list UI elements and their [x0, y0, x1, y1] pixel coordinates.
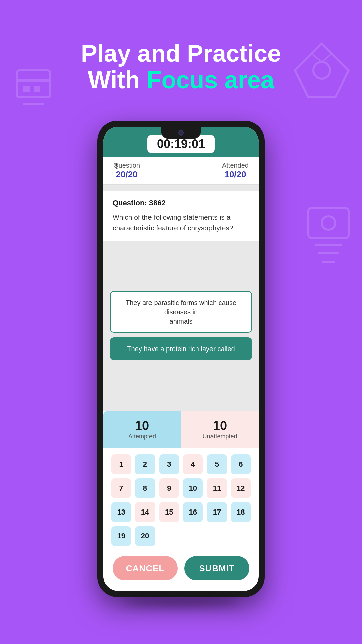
action-buttons: CANCEL SUBMIT — [103, 551, 259, 591]
grid-num-5[interactable]: 5 — [207, 454, 227, 474]
header-section: Play and Practice With Focus area — [0, 40, 362, 93]
header-focus: Focus area — [147, 66, 274, 93]
number-grid: 1234567891011121314151617181920 — [103, 448, 259, 551]
grid-num-6[interactable]: 6 — [231, 454, 251, 474]
phone-camera — [178, 130, 184, 136]
attended-value: 10/20 — [222, 169, 249, 180]
back-button[interactable] — [110, 159, 122, 171]
phone-inner: 00:19:01 Question 20/20 Attended 10/20 — [103, 127, 259, 591]
grid-num-7[interactable]: 7 — [111, 478, 131, 498]
grid-num-16[interactable]: 16 — [183, 502, 203, 522]
phone-notch — [161, 127, 201, 139]
stat-attempted: 10 Attempted — [103, 411, 181, 448]
grid-num-1[interactable]: 1 — [111, 454, 131, 474]
grid-num-8[interactable]: 8 — [135, 478, 155, 498]
phone-mockup: 00:19:01 Question 20/20 Attended 10/20 — [97, 121, 265, 597]
grid-num-2[interactable]: 2 — [135, 454, 155, 474]
grid-num-12[interactable]: 12 — [231, 478, 251, 498]
stat-unattempted: 10 Unattempted — [181, 411, 259, 448]
attended-label: Attended — [222, 162, 249, 169]
grid-num-3[interactable]: 3 — [159, 454, 179, 474]
grid-num-14[interactable]: 14 — [135, 502, 155, 522]
grid-num-4[interactable]: 4 — [183, 454, 203, 474]
phone-shadow — [124, 597, 238, 607]
question-content: Question: 3862 Which of the following st… — [103, 191, 259, 241]
stats-row: 10 Attempted 10 Unattempted — [103, 411, 259, 448]
unattempted-label: Unattempted — [202, 433, 237, 440]
question-info-bar: Question 20/20 Attended 10/20 — [103, 157, 259, 185]
svg-rect-9 — [308, 208, 349, 238]
phone-outer: 00:19:01 Question 20/20 Attended 10/20 — [97, 121, 265, 597]
grid-num-11[interactable]: 11 — [207, 478, 227, 498]
submit-button[interactable]: SUBMIT — [184, 556, 249, 580]
question-text: Which of the following statements is a c… — [113, 212, 249, 233]
unattempted-count: 10 — [213, 419, 227, 433]
answer-option-2[interactable]: They have a protein rich layer called — [110, 337, 252, 360]
svg-point-10 — [322, 216, 335, 230]
header-line1: Play and Practice — [0, 40, 362, 67]
grid-num-18[interactable]: 18 — [231, 502, 251, 522]
grid-num-13[interactable]: 13 — [111, 502, 131, 522]
attended-info: Attended 10/20 — [222, 162, 249, 180]
question-id: Question: 3862 — [113, 199, 249, 207]
decor-bottom-right-icon — [302, 201, 355, 268]
grid-num-9[interactable]: 9 — [159, 478, 179, 498]
grid-num-10[interactable]: 10 — [183, 478, 203, 498]
attempted-label: Attempted — [128, 433, 156, 440]
cancel-button[interactable]: CANCEL — [113, 556, 178, 580]
answer-options: They are parasitic forms which cause dis… — [103, 291, 259, 365]
bottom-panel: 10 Attempted 10 Unattempted 123456789101… — [103, 411, 259, 591]
grid-num-19[interactable]: 19 — [111, 526, 131, 546]
answer-option-1[interactable]: They are parasitic forms which cause dis… — [110, 291, 252, 333]
header-line2: With Focus area — [0, 67, 362, 93]
grid-num-15[interactable]: 15 — [159, 502, 179, 522]
grid-num-20[interactable]: 20 — [135, 526, 155, 546]
grid-num-17[interactable]: 17 — [207, 502, 227, 522]
header-with: With — [88, 66, 140, 93]
attempted-count: 10 — [135, 419, 149, 433]
